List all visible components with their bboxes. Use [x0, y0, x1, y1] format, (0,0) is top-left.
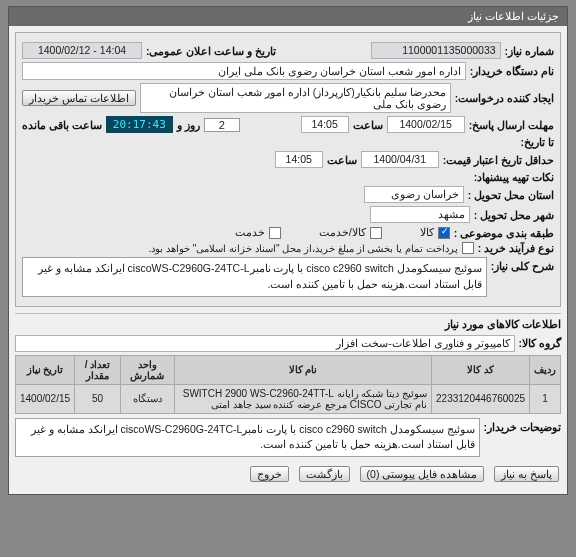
cell-qty: 50 — [75, 384, 121, 413]
province-value: خراسان رضوی — [364, 186, 464, 203]
announce-value: 1400/02/12 - 14:04 — [22, 42, 142, 59]
panel-title: جزئیات اطلاعات نیاز — [9, 7, 567, 26]
city-label: شهر محل تحویل : — [474, 209, 554, 221]
process-label: نوع فرآیند خرید : — [478, 242, 554, 254]
service-checkbox[interactable] — [269, 227, 281, 239]
table-row[interactable]: 1 2233120446760025 سوئیج دیتا شبکه رایان… — [16, 384, 561, 413]
service-label: خدمت — [235, 226, 265, 239]
col-date: تاریخ نیاز — [16, 355, 75, 384]
deadline-days: 2 — [204, 118, 240, 132]
exit-button[interactable]: خروج — [250, 466, 289, 482]
deadline-countdown: 20:17:43 — [106, 116, 173, 133]
cell-row: 1 — [530, 384, 561, 413]
announce-label: تاریخ و ساعت اعلان عمومی: — [146, 45, 276, 57]
goods-service-checkbox[interactable] — [370, 227, 382, 239]
need-no-label: شماره نیاز: — [505, 45, 554, 57]
deadline-days-label: روز و — [177, 119, 200, 131]
cell-name: سوئیج دیتا شبکه رایانه SWITCH 2900 WS-C2… — [174, 384, 431, 413]
buyer-org-value: اداره امور شعب استان خراسان رضوی بانک مل… — [22, 62, 466, 80]
deadline-remaining-label: ساعت باقی مانده — [22, 119, 102, 131]
valid-time: 14:05 — [275, 151, 323, 168]
group-value: کامپیوتر و فناوری اطلاعات-سخت افزار — [15, 335, 515, 352]
col-code: کد کالا — [432, 355, 530, 384]
desc-label: شرح کلی نیاز: — [491, 257, 554, 272]
deadline-label: مهلت ارسال پاسخ: — [469, 119, 554, 131]
goods-label: کالا — [420, 226, 434, 239]
cell-date: 1400/02/15 — [16, 384, 75, 413]
section-divider — [15, 313, 561, 314]
col-unit: واحد شمارش — [121, 355, 175, 384]
buyer-org-label: نام دستگاه خریدار: — [470, 65, 554, 77]
need-no-value: 1100001135000033 — [371, 42, 501, 59]
valid-label: حداقل تاریخ اعتبار قیمت: — [443, 154, 554, 166]
cell-code: 2233120446760025 — [432, 384, 530, 413]
buyer-desc-label: توضیحات خریدار: — [484, 418, 561, 433]
back-button[interactable]: بازگشت — [299, 466, 350, 482]
valid-time-label: ساعت — [327, 154, 357, 166]
process-checkbox[interactable] — [462, 242, 474, 254]
to-date-label: تا تاریخ: — [521, 136, 554, 148]
items-table: ردیف کد کالا نام کالا واحد شمارش تعداد /… — [15, 355, 561, 414]
group-label: گروه کالا: — [519, 337, 561, 349]
grouping-label: طبقه بندی موضوعی : — [454, 227, 554, 239]
city-value: مشهد — [370, 206, 470, 223]
col-row: ردیف — [530, 355, 561, 384]
header-fieldset: شماره نیاز: 1100001135000033 تاریخ و ساع… — [15, 32, 561, 307]
goods-service-label: کالا/خدمت — [319, 226, 366, 239]
cell-unit: دستگاه — [121, 384, 175, 413]
creator-label: ایجاد کننده درخواست: — [455, 92, 554, 104]
goods-checkbox[interactable] — [438, 227, 450, 239]
items-title: اطلاعات کالاهای مورد نیاز — [15, 318, 561, 331]
deadline-date: 1400/02/15 — [387, 116, 465, 133]
deadline-time-label: ساعت — [353, 119, 383, 131]
details-panel: جزئیات اطلاعات نیاز شماره نیاز: 11000011… — [8, 6, 568, 495]
col-qty: تعداد / مقدار — [75, 355, 121, 384]
files-button[interactable]: مشاهده فایل پیوستی (0) — [360, 466, 485, 482]
valid-date: 1400/04/31 — [361, 151, 439, 168]
province-label: استان محل تحویل : — [468, 189, 554, 201]
answer-button[interactable]: پاسخ به نیاز — [494, 466, 559, 482]
buyer-desc-text: سوئیج سیسکومدل cisco c2960 switch با پار… — [15, 418, 480, 458]
deadline-time: 14:05 — [301, 116, 349, 133]
desc-text: سوئیج سیسکومدل cisco c2960 switch با پار… — [22, 257, 487, 297]
creator-value: محدرضا سلیم بانکیار(کارپرداز) اداره امور… — [140, 83, 451, 113]
process-note: پرداخت تمام یا بخشی از مبلغ خرید،از محل … — [149, 243, 458, 254]
contact-button[interactable]: اطلاعات تماس خریدار — [22, 90, 136, 106]
action-buttons: پاسخ به نیاز مشاهده فایل پیوستی (0) بازگ… — [15, 460, 561, 488]
table-header-row: ردیف کد کالا نام کالا واحد شمارش تعداد /… — [16, 355, 561, 384]
col-name: نام کالا — [174, 355, 431, 384]
tips-label: نکات تهیه پیشنهاد: — [474, 171, 554, 183]
